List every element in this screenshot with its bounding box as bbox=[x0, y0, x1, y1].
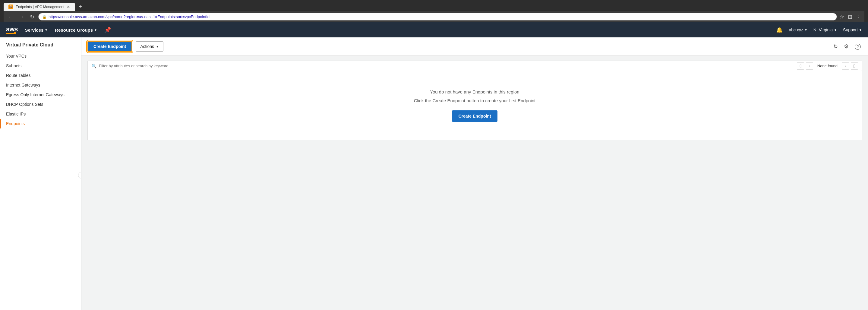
sidebar-label-endpoints: Endpoints bbox=[6, 121, 25, 126]
actions-chevron: ▼ bbox=[156, 45, 159, 48]
sidebar-label-elastic-ips: Elastic IPs bbox=[6, 112, 26, 116]
actions-label: Actions bbox=[140, 44, 154, 49]
user-chevron: ▼ bbox=[804, 28, 807, 32]
actions-dropdown-button[interactable]: Actions ▼ bbox=[136, 41, 163, 52]
sidebar-label-internet-gateways: Internet Gateways bbox=[6, 83, 40, 88]
sidebar-item-route-tables[interactable]: Route Tables bbox=[0, 70, 81, 80]
browser-tabs: 📦 Endpoints | VPC Management ✕ + bbox=[4, 2, 864, 11]
refresh-nav-btn[interactable]: ↻ bbox=[28, 13, 36, 20]
aws-logo[interactable]: aws bbox=[6, 26, 18, 34]
help-icon: ? bbox=[855, 44, 861, 50]
active-tab[interactable]: 📦 Endpoints | VPC Management ✕ bbox=[4, 3, 75, 11]
region-dropdown[interactable]: N. Virginia ▼ bbox=[813, 27, 837, 32]
sidebar: Virtual Private Cloud Your VPCs Subnets … bbox=[0, 37, 82, 310]
address-bar[interactable]: 🔒 https://console.aws.amazon.com/vpc/hom… bbox=[38, 13, 837, 21]
refresh-icon: ↻ bbox=[833, 43, 838, 50]
menu-icon[interactable]: ⋮ bbox=[856, 13, 861, 20]
customize-icon[interactable]: ⊞ bbox=[848, 13, 852, 20]
empty-state-line1: You do not have any Endpoints in this re… bbox=[430, 89, 519, 94]
logo-underline bbox=[6, 33, 16, 34]
last-page-btn[interactable]: |⟩ bbox=[851, 62, 858, 70]
browser-toolbar: ← → ↻ 🔒 https://console.aws.amazon.com/v… bbox=[4, 11, 864, 22]
help-button[interactable]: ? bbox=[854, 42, 862, 51]
sidebar-item-internet-gateways[interactable]: Internet Gateways bbox=[0, 80, 81, 90]
tab-favicon: 📦 bbox=[8, 4, 13, 9]
next-page-btn[interactable]: › bbox=[842, 62, 849, 70]
sidebar-label-dhcp-options: DHCP Options Sets bbox=[6, 102, 43, 107]
sidebar-item-dhcp-options[interactable]: DHCP Options Sets bbox=[0, 99, 81, 109]
first-page-btn[interactable]: ⟨| bbox=[797, 62, 804, 70]
main-layout: Virtual Private Cloud Your VPCs Subnets … bbox=[0, 37, 868, 310]
sidebar-item-subnets[interactable]: Subnets bbox=[0, 61, 81, 70]
toolbar-left: Create Endpoint Actions ▼ bbox=[87, 41, 163, 52]
bookmark-icon[interactable]: ☆ bbox=[839, 13, 844, 20]
search-icon: 🔍 bbox=[91, 64, 96, 68]
tab-title: Endpoints | VPC Management bbox=[16, 5, 64, 9]
sidebar-item-your-vpcs[interactable]: Your VPCs bbox=[0, 51, 81, 61]
aws-header: aws Services ▼ Resource Groups ▼ 📌 🔔 abc… bbox=[0, 22, 868, 37]
sidebar-title: Virtual Private Cloud bbox=[0, 42, 81, 51]
refresh-button[interactable]: ↻ bbox=[832, 42, 839, 51]
support-label: Support bbox=[843, 27, 858, 32]
support-dropdown[interactable]: Support ▼ bbox=[843, 27, 862, 32]
region-chevron: ▼ bbox=[834, 28, 837, 32]
sidebar-label-route-tables: Route Tables bbox=[6, 73, 30, 78]
services-chevron: ▼ bbox=[44, 28, 48, 32]
services-nav[interactable]: Services ▼ bbox=[25, 27, 48, 33]
user-name: abc.xyz bbox=[789, 27, 803, 32]
filter-input[interactable] bbox=[99, 61, 797, 71]
logo-text: aws bbox=[6, 26, 18, 33]
empty-state: You do not have any Endpoints in this re… bbox=[87, 71, 862, 140]
new-tab-btn[interactable]: + bbox=[76, 2, 85, 11]
create-endpoint-center-button[interactable]: Create Endpoint bbox=[452, 111, 497, 122]
services-label: Services bbox=[25, 27, 44, 33]
user-dropdown[interactable]: abc.xyz ▼ bbox=[789, 27, 807, 32]
browser-toolbar-actions: ☆ ⊞ ⋮ bbox=[839, 13, 861, 20]
content-area: Create Endpoint Actions ▼ ↻ ⚙ ? 🔍 bbox=[82, 37, 868, 310]
browser-chrome: 📦 Endpoints | VPC Management ✕ + ← → ↻ 🔒… bbox=[0, 0, 868, 22]
resource-groups-nav[interactable]: Resource Groups ▼ bbox=[55, 27, 97, 33]
sidebar-item-elastic-ips[interactable]: Elastic IPs bbox=[0, 109, 81, 119]
sidebar-collapse-btn[interactable]: ‹ bbox=[78, 172, 82, 179]
sidebar-item-endpoints[interactable]: Endpoints bbox=[0, 119, 81, 128]
header-right: 🔔 abc.xyz ▼ N. Virginia ▼ Support ▼ bbox=[776, 27, 862, 33]
notifications-bell-icon[interactable]: 🔔 bbox=[776, 27, 783, 33]
support-chevron: ▼ bbox=[859, 28, 862, 32]
filter-bar: 🔍 ⟨| ‹ None found › |⟩ bbox=[87, 61, 862, 71]
none-found-label: None found bbox=[815, 64, 840, 68]
resource-groups-chevron: ▼ bbox=[94, 28, 97, 32]
sidebar-label-subnets: Subnets bbox=[6, 63, 22, 68]
url-text: https://console.aws.amazon.com/vpc/home?… bbox=[49, 14, 210, 19]
lock-icon: 🔒 bbox=[42, 15, 47, 19]
region-label: N. Virginia bbox=[813, 27, 833, 32]
sidebar-item-egress-internet-gateways[interactable]: Egress Only Internet Gateways bbox=[0, 90, 81, 99]
create-endpoint-button[interactable]: Create Endpoint bbox=[87, 41, 132, 52]
sidebar-label-egress-internet-gateways: Egress Only Internet Gateways bbox=[6, 92, 64, 97]
filter-pagination: ⟨| ‹ None found › |⟩ bbox=[797, 62, 858, 70]
resource-groups-label: Resource Groups bbox=[55, 27, 93, 33]
settings-icon: ⚙ bbox=[844, 43, 849, 50]
settings-button[interactable]: ⚙ bbox=[843, 42, 850, 51]
sidebar-label-your-vpcs: Your VPCs bbox=[6, 54, 27, 59]
forward-btn[interactable]: → bbox=[18, 13, 26, 20]
content-toolbar: Create Endpoint Actions ▼ ↻ ⚙ ? bbox=[82, 37, 868, 56]
pin-icon[interactable]: 📌 bbox=[104, 27, 111, 33]
toolbar-right: ↻ ⚙ ? bbox=[832, 42, 862, 51]
empty-state-line2: Click the Create Endpoint button to crea… bbox=[414, 98, 536, 103]
tab-close-btn[interactable]: ✕ bbox=[67, 5, 70, 9]
prev-page-btn[interactable]: ‹ bbox=[806, 62, 813, 70]
back-btn[interactable]: ← bbox=[7, 13, 15, 20]
